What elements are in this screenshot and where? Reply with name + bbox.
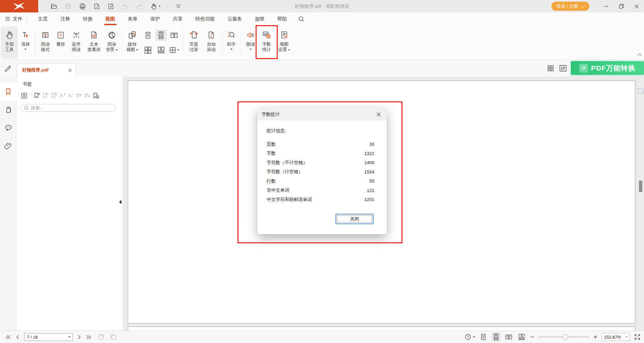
scrollbar-top-box[interactable] (638, 89, 643, 94)
dialog-close-button[interactable] (375, 111, 382, 118)
panel-collapse-icon[interactable] (119, 200, 121, 204)
sidebar-item-attachments[interactable] (0, 137, 16, 155)
scrollbar-thumb[interactable] (639, 181, 642, 192)
layout-continuous-button[interactable] (155, 30, 167, 41)
bookmark-expand-icon[interactable] (75, 92, 83, 100)
pdf-convert-button[interactable]: PDF万能转换 (571, 61, 644, 75)
menu-file[interactable]: 文件 (5, 16, 22, 22)
menu-item-comment[interactable]: 注释 (60, 12, 70, 25)
menu-item-features[interactable]: 特色功能 (195, 12, 215, 25)
bookmark-search-icon[interactable] (50, 92, 58, 100)
read-aloud-button[interactable]: 朗读 (243, 27, 258, 59)
tab-close-icon[interactable] (68, 68, 72, 72)
print-button[interactable] (79, 3, 86, 10)
read-bg-button[interactable]: 阅读 背景 (103, 27, 120, 59)
previous-page-button[interactable] (16, 335, 19, 340)
select-button[interactable]: 选择 (18, 27, 33, 59)
assistant-button[interactable]: 助手 (224, 27, 239, 59)
bookmark-collapse-icon[interactable] (83, 92, 92, 100)
menu-item-home[interactable]: 主页 (38, 12, 48, 25)
page-minus-button[interactable] (93, 3, 100, 10)
login-button[interactable]: 登录 / 注册 (551, 2, 589, 11)
zoom-out-button[interactable] (530, 335, 535, 339)
layout-grid-button[interactable] (142, 44, 154, 56)
save-button[interactable] (65, 3, 72, 10)
zoom-level-combo[interactable] (602, 333, 630, 341)
sidebar-item-pages[interactable] (0, 101, 16, 119)
hand-quick-button[interactable] (150, 3, 161, 10)
close-window-button[interactable] (629, 0, 644, 12)
open-button[interactable] (50, 3, 58, 10)
next-page-button[interactable] (77, 335, 81, 340)
zoom-slider[interactable] (539, 337, 589, 337)
bookmark-list-icon[interactable] (20, 92, 28, 100)
bookmark-add-icon[interactable] (33, 92, 41, 100)
layout-facing-button[interactable] (168, 30, 180, 41)
close-window-icon (634, 4, 639, 9)
menu-item-view[interactable]: 视图 (105, 12, 115, 25)
text-viewer-button[interactable]: 文本 查看器 (85, 27, 103, 59)
sidebar-item-comments[interactable] (0, 119, 16, 137)
status-layout-single-button[interactable] (479, 333, 488, 341)
customize-toolbar-button[interactable] (175, 4, 182, 9)
hand-quick-caret-icon (159, 6, 161, 7)
zoom-slider-handle[interactable] (563, 335, 568, 340)
rotate-view-button[interactable]: 旋转 视图 (124, 27, 141, 59)
first-page-button[interactable] (5, 335, 11, 340)
layout-single-page-button[interactable] (142, 30, 154, 41)
collapse-ribbon-button[interactable] (637, 53, 642, 56)
restore-button[interactable] (614, 0, 629, 12)
reflow-button[interactable]: 重排 (54, 27, 68, 59)
font-increase-icon[interactable] (58, 92, 66, 100)
next-view-button[interactable] (110, 334, 117, 340)
status-layout-facing-continuous-button[interactable] (517, 333, 526, 341)
read-mode-button[interactable]: 阅读 模式 (37, 27, 54, 59)
auto-scroll-button[interactable]: 自动 滚动 (203, 27, 220, 59)
word-count-button[interactable]: AB 字数 统计 (258, 27, 275, 59)
previous-view-button[interactable] (98, 334, 105, 340)
tab-grid-icon[interactable] (547, 65, 554, 72)
page-number-combo[interactable] (24, 333, 73, 341)
page-transition-button[interactable]: 页面 过渡 (185, 27, 203, 59)
bookmark-recent-icon[interactable] (92, 92, 100, 100)
bookmark-search-box[interactable] (20, 104, 116, 112)
menu-item-share[interactable]: 共享 (173, 12, 182, 25)
document-tab[interactable]: 好物推荐.pdf (16, 63, 76, 77)
undo-button[interactable] (121, 3, 129, 10)
redo-button[interactable] (136, 3, 143, 10)
view-settings-button[interactable]: 视图 设置 (275, 27, 293, 59)
reading-time-caret-icon (473, 336, 475, 338)
menu-item-convert[interactable]: 转换 (83, 12, 93, 25)
menu-item-protect[interactable]: 保护 (150, 12, 160, 25)
menu-search-button[interactable] (298, 16, 305, 22)
menu-item-present[interactable]: 放映 (255, 12, 265, 25)
bookmark-search-input[interactable] (31, 105, 112, 110)
minimize-button[interactable] (599, 0, 614, 12)
layout-split-button[interactable] (168, 44, 180, 56)
app-logo[interactable] (0, 0, 38, 12)
reading-time-button[interactable] (465, 334, 475, 340)
page-number-input[interactable] (24, 335, 63, 340)
status-layout-facing-button[interactable] (504, 333, 513, 341)
zoom-level-input[interactable] (602, 335, 621, 340)
sidebar-item-bookmarks[interactable] (0, 83, 16, 101)
menu-item-help[interactable]: 帮助 (277, 12, 287, 25)
menu-item-form[interactable]: 表单 (128, 12, 138, 25)
menu-item-cloud[interactable]: 云服务 (227, 12, 242, 25)
rotate-view-label: 旋转 视图 (126, 42, 138, 52)
last-page-button[interactable] (86, 335, 92, 340)
fullscreen-button[interactable] (634, 334, 641, 340)
hand-tool-button[interactable]: 手型 工具 (1, 27, 18, 59)
page-plus-button[interactable] (107, 3, 114, 10)
layout-facing-continuous-button[interactable] (155, 44, 167, 56)
font-decrease-icon[interactable] (66, 92, 75, 100)
tab-swap-icon[interactable] (559, 65, 567, 72)
vertical-scrollbar[interactable] (638, 78, 643, 329)
reverse-read-button[interactable]: 逆序 阅读 (68, 27, 85, 59)
status-layout-continuous-button[interactable] (492, 333, 500, 341)
dialog-close-action-button[interactable]: 关闭 (335, 214, 374, 224)
bookmark-delete-icon[interactable] (41, 92, 50, 100)
zoom-in-button[interactable] (593, 335, 598, 339)
pencil-icon[interactable] (4, 65, 12, 73)
stat-row-chars-with-spaces: 字符数（计空格）1554 (267, 167, 374, 177)
